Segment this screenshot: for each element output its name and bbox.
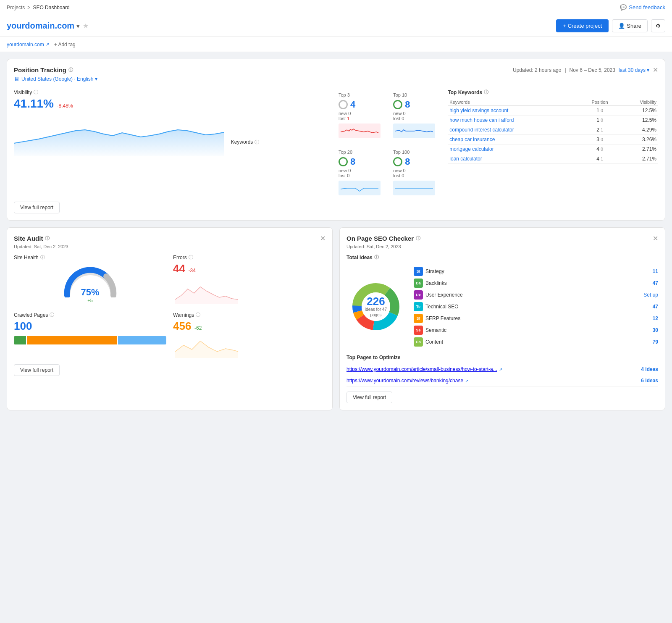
top3-sparkline xyxy=(339,124,386,139)
site-health-label: Site Health ⓘ xyxy=(14,254,166,260)
ideas-legend: St Strategy 11 Ba Backlinks 47 Ux User E… xyxy=(414,265,658,348)
seo-header: On Page SEO Checker ⓘ ✕ xyxy=(346,234,658,242)
warnings-section: Warnings ⓘ 456 -62 xyxy=(173,312,326,359)
legend-row: Co Content 79 xyxy=(414,336,658,348)
donut-chart: 226 ideas for 47 pages xyxy=(346,277,405,336)
bar-green xyxy=(14,336,26,344)
errors-sparkline xyxy=(173,279,326,305)
legend-row: Te Technical SEO 47 xyxy=(414,301,658,313)
warnings-value: 456 -62 xyxy=(173,320,326,333)
top3-value: 4 xyxy=(339,99,386,110)
visibility-label: Visibility ⓘ xyxy=(14,89,224,95)
settings-button[interactable]: ⚙ xyxy=(651,19,665,32)
favorite-star-icon[interactable]: ★ xyxy=(83,22,89,30)
sh-info-icon[interactable]: ⓘ xyxy=(40,254,45,260)
errors-section: Errors ⓘ 44 -34 xyxy=(173,254,326,305)
keywords-info-icon[interactable]: ⓘ xyxy=(255,139,259,145)
tracking-grid: Visibility ⓘ 41.11% -8.48% xyxy=(14,89,658,197)
feedback-icon: 💬 xyxy=(620,4,627,11)
top20-box: Top 20 8 new 0 lost 0 xyxy=(339,150,386,197)
position-tracking-card: Position Tracking ⓘ Updated: 2 hours ago… xyxy=(7,59,665,221)
add-tag-button[interactable]: + Add tag xyxy=(54,42,76,47)
warnings-label: Warnings ⓘ xyxy=(173,312,326,318)
table-row: loan calculator 4 1 2.71% xyxy=(448,154,658,164)
top20-sparkline xyxy=(339,181,386,197)
warnings-info-icon[interactable]: ⓘ xyxy=(196,312,200,318)
domain-left: yourdomain.com ▾ ★ xyxy=(7,21,89,31)
errors-value: 44 -34 xyxy=(173,262,326,275)
top100-stats: new 0 lost 0 xyxy=(393,168,441,178)
donut-center: 226 ideas for 47 pages xyxy=(361,296,391,318)
top-keywords-title: Top Keywords ⓘ xyxy=(448,89,658,95)
top-keywords-section: Top Keywords ⓘ Keywords Position Visibil… xyxy=(448,89,658,197)
share-button[interactable]: 👤 Share xyxy=(612,19,648,32)
col-keyword-header: Keywords xyxy=(448,99,580,106)
table-row: compound interest calculator 2 1 4.29% xyxy=(448,125,658,135)
breadcrumb-projects[interactable]: Projects xyxy=(7,5,25,11)
seo-close-icon[interactable]: ✕ xyxy=(653,234,658,242)
legend-badge: Ux xyxy=(414,290,423,300)
top10-box: Top 10 8 new 0 lost 0 xyxy=(393,92,441,139)
gauge-container: 75% +5 xyxy=(14,264,166,303)
period-chevron-icon: ▾ xyxy=(647,67,649,73)
list-item: https://www.yourdomain.com/article/small… xyxy=(346,364,658,375)
visibility-section: Visibility ⓘ 41.11% -8.48% xyxy=(14,89,224,197)
top3-circle-icon xyxy=(339,100,348,109)
keywords-section: Keywords ⓘ Top 3 4 new 0 lost 1 xyxy=(231,89,441,197)
legend-badge: Co xyxy=(414,337,423,347)
pt-close-icon[interactable]: ✕ xyxy=(653,66,658,74)
sa-updated: Updated: Sat, Dec 2, 2023 xyxy=(14,244,326,249)
top100-circle-icon xyxy=(393,157,402,166)
col-position-header: Position xyxy=(580,99,619,106)
seo-info-icon[interactable]: ⓘ xyxy=(416,235,420,242)
keywords-table: Keywords Position Visibility high yield … xyxy=(448,99,658,164)
bar-blue xyxy=(118,336,166,344)
crawled-bar xyxy=(14,336,166,344)
top100-box: Top 100 8 new 0 lost 0 xyxy=(393,150,441,197)
pages-list: https://www.yourdomain.com/article/small… xyxy=(346,364,658,386)
seo-view-report-button[interactable]: View full report xyxy=(346,392,392,403)
create-project-button[interactable]: + Create project xyxy=(556,19,609,32)
sa-info-icon[interactable]: ⓘ xyxy=(45,235,50,242)
legend-row: Se Semantic 30 xyxy=(414,324,658,336)
ideas-layout: 226 ideas for 47 pages St Strategy 11 Ba… xyxy=(346,265,658,348)
crawled-pages-section: Crawled Pages ⓘ 100 xyxy=(14,312,166,359)
filter-chevron-icon: ▾ xyxy=(95,76,97,82)
legend-row: Ba Backlinks 47 xyxy=(414,277,658,289)
date-range-selector[interactable]: last 30 days ▾ xyxy=(619,67,649,73)
legend-badge: Te xyxy=(414,302,423,311)
visibility-chart xyxy=(14,114,224,156)
sa-view-report-button[interactable]: View full report xyxy=(14,364,60,376)
top10-sparkline xyxy=(393,124,441,139)
top-kw-info-icon[interactable]: ⓘ xyxy=(484,89,488,95)
pt-info-icon[interactable]: ⓘ xyxy=(68,67,73,73)
errors-label: Errors ⓘ xyxy=(173,254,326,260)
pt-header: Position Tracking ⓘ Updated: 2 hours ago… xyxy=(14,66,658,74)
top3-box: Top 3 4 new 0 lost 1 xyxy=(339,92,386,139)
domain-link[interactable]: yourdomain.com ↗ xyxy=(7,42,49,47)
legend-row: Sf SERP Features 12 xyxy=(414,313,658,324)
errors-info-icon[interactable]: ⓘ xyxy=(189,254,193,260)
visibility-info-icon[interactable]: ⓘ xyxy=(34,89,38,95)
external-link-icon: ↗ xyxy=(465,379,468,383)
legend-badge: St xyxy=(414,267,423,276)
site-health-section: Site Health ⓘ 75% xyxy=(14,254,166,305)
total-ideas-info-icon[interactable]: ⓘ xyxy=(374,254,379,260)
send-feedback-button[interactable]: 💬 Send feedback xyxy=(620,4,665,11)
visibility-value: 41.11% -8.48% xyxy=(14,97,224,110)
bottom-grid: Site Audit ⓘ ✕ Updated: Sat, Dec 2, 2023… xyxy=(7,227,665,417)
domain-name[interactable]: yourdomain.com ▾ xyxy=(7,21,79,31)
breadcrumb-sep: > xyxy=(27,5,30,11)
sa-title: Site Audit ⓘ xyxy=(14,235,50,242)
sa-close-icon[interactable]: ✕ xyxy=(320,234,326,242)
breadcrumb: Projects > SEO Dashboard xyxy=(7,5,70,11)
table-row: mortgage calculator 4 0 2.71% xyxy=(448,145,658,154)
tracking-filter[interactable]: 🖥 United States (Google) · English ▾ xyxy=(14,76,658,82)
pt-view-report-button[interactable]: View full report xyxy=(14,202,60,213)
legend-badge: Sf xyxy=(414,314,423,323)
legend-row: Ux User Experience Set up xyxy=(414,289,658,301)
keywords-label: Keywords ⓘ xyxy=(231,89,333,195)
domain-chevron-icon: ▾ xyxy=(76,23,79,29)
crawled-info-icon[interactable]: ⓘ xyxy=(50,312,54,318)
external-link-icon: ↗ xyxy=(499,367,502,372)
